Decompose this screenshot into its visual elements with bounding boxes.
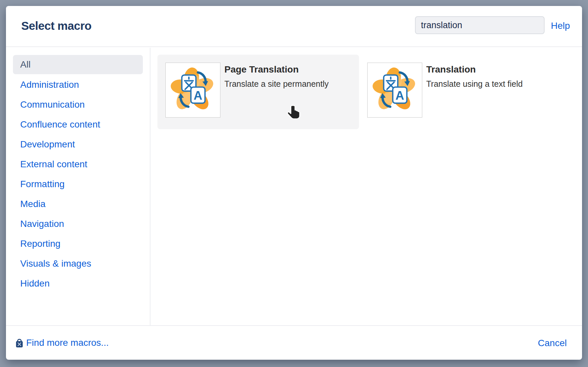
sidebar-category-item[interactable]: Communication: [13, 95, 143, 115]
marketplace-bag-icon: [15, 338, 24, 348]
macro-title: Translation: [426, 64, 523, 75]
sidebar-category-item[interactable]: Navigation: [13, 214, 143, 234]
sidebar-category-item[interactable]: Administration: [13, 75, 143, 95]
macro-card-text: Page Translation Translate a site perman…: [224, 64, 329, 89]
sidebar-category-item[interactable]: Formatting: [13, 174, 143, 194]
dialog-body: All Administration Communication Conflue…: [6, 48, 582, 325]
sidebar-category-label: Reporting: [20, 238, 60, 249]
sidebar-category-item[interactable]: Development: [13, 134, 143, 154]
translation-flower-icon: [370, 65, 420, 115]
find-more-macros-label: Find more macros...: [26, 338, 109, 348]
find-more-macros-link[interactable]: Find more macros...: [15, 326, 109, 360]
sidebar-category-item[interactable]: Confluence content: [13, 115, 143, 134]
sidebar-category-label: External content: [20, 159, 87, 170]
category-sidebar: All Administration Communication Conflue…: [6, 48, 150, 325]
sidebar-category-item[interactable]: Media: [13, 194, 143, 214]
sidebar-category-label: Communication: [20, 99, 85, 110]
macro-card-translation[interactable]: Translation Translate using a text field: [359, 55, 561, 129]
sidebar-category-item[interactable]: Visuals & images: [13, 254, 143, 274]
dialog-footer: Find more macros... Cancel: [6, 325, 582, 360]
sidebar-category-label: Visuals & images: [20, 258, 91, 269]
sidebar-category-label: Hidden: [20, 278, 50, 289]
macro-title: Page Translation: [224, 64, 329, 75]
sidebar-category-label: Media: [20, 199, 45, 209]
macro-card-text: Translation Translate using a text field: [426, 64, 523, 89]
macro-icon-frame: [367, 63, 422, 118]
sidebar-category-item[interactable]: Reporting: [13, 234, 143, 254]
sidebar-category-label: Confluence content: [20, 119, 100, 130]
macro-card-page-translation[interactable]: Page Translation Translate a site perman…: [157, 55, 359, 129]
macro-description: Translate using a text field: [426, 79, 523, 89]
select-macro-dialog: Select macro Help All Administration Com…: [6, 6, 582, 360]
sidebar-category-label: Development: [20, 139, 75, 150]
sidebar-category-item[interactable]: Hidden: [13, 274, 143, 293]
sidebar-category-item[interactable]: External content: [13, 154, 143, 174]
sidebar-category-label: Navigation: [20, 219, 64, 229]
sidebar-category-label: Administration: [20, 79, 79, 90]
translation-flower-icon: [168, 65, 218, 115]
help-link[interactable]: Help: [551, 21, 570, 31]
cancel-link[interactable]: Cancel: [538, 338, 567, 348]
macro-results: Page Translation Translate a site perman…: [151, 48, 582, 325]
dialog-header: Select macro Help: [6, 6, 582, 47]
macro-icon-frame: [165, 63, 220, 118]
macro-description: Translate a site permanently: [224, 79, 329, 89]
sidebar-category-item[interactable]: All: [13, 55, 143, 74]
sidebar-category-label: All: [20, 59, 30, 70]
search-input[interactable]: [415, 16, 545, 34]
sidebar-category-label: Formatting: [20, 179, 65, 189]
page-title: Select macro: [21, 19, 91, 32]
